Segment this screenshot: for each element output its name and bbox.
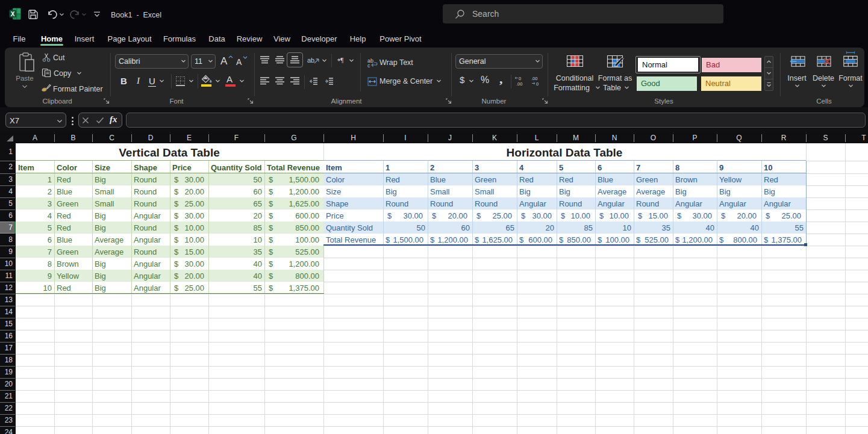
- svg-text:ab: ab: [307, 57, 314, 64]
- svg-text:.00: .00: [531, 76, 537, 81]
- svg-text:X: X: [11, 11, 15, 17]
- svg-text:0: 0: [519, 76, 521, 81]
- svg-text:c: c: [367, 63, 370, 67]
- svg-text:0: 0: [536, 81, 539, 87]
- svg-text:¶: ¶: [340, 57, 344, 63]
- svg-text:.00: .00: [516, 81, 522, 87]
